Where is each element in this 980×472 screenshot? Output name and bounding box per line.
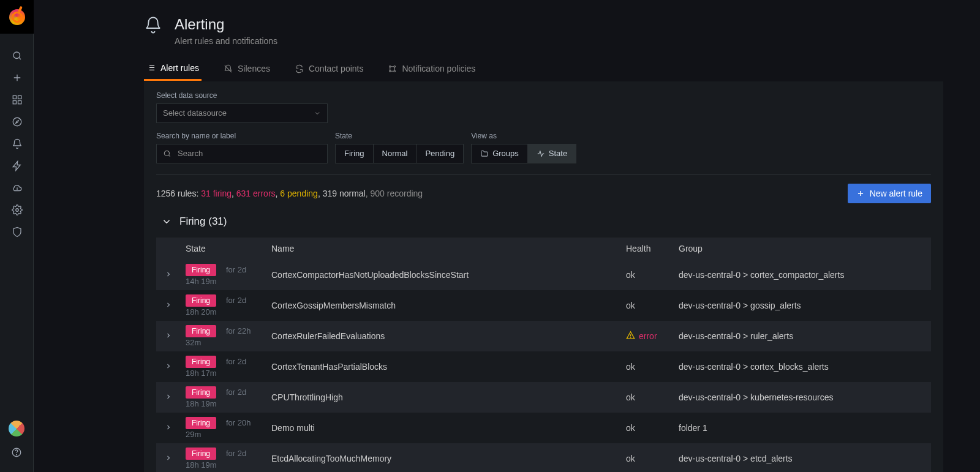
alert-rules-table: State Name Health Group Firing for 2d 14… (156, 238, 931, 472)
alerting-bell-icon (144, 16, 162, 36)
expand-row-button[interactable] (165, 332, 172, 339)
viewas-state[interactable]: State (528, 144, 576, 163)
rule-health: ok (621, 382, 674, 413)
nav-dashboards-icon[interactable] (0, 89, 34, 111)
search-input-wrap[interactable] (156, 144, 328, 163)
table-row: Firing for 20h 29m Demo multi ok folder … (156, 413, 931, 443)
rule-name: CortexCompactorHasNotUploadedBlocksSince… (266, 260, 621, 290)
tab-label: Alert rules (160, 63, 199, 73)
expand-row-button[interactable] (165, 301, 172, 309)
state-filter-normal[interactable]: Normal (374, 144, 417, 163)
col-expand (156, 238, 181, 260)
viewas-group: Groups State (471, 144, 576, 163)
chevron-right-icon (165, 301, 172, 309)
tab-silences[interactable]: Silences (221, 59, 273, 81)
page-title: Alerting (175, 16, 277, 34)
rule-name: CortexRulerFailedEvaluations (266, 321, 621, 351)
state-pill: Firing (186, 325, 216, 337)
state-filter-firing[interactable]: Firing (335, 144, 374, 163)
svg-rect-1 (13, 96, 16, 99)
tab-label: Silences (238, 64, 270, 73)
activity-icon (537, 149, 545, 158)
table-row: Firing for 22h 32m CortexRulerFailedEval… (156, 321, 931, 351)
nav-create-icon[interactable] (0, 67, 34, 89)
nav-search-icon[interactable] (0, 45, 34, 67)
grafana-logo (9, 9, 25, 25)
table-row: Firing for 2d 14h 19m CortexCompactorHas… (156, 260, 931, 290)
rule-health: ok (621, 260, 674, 290)
tabs: Alert rules Silences Contact points Noti… (144, 59, 943, 81)
expand-row-button[interactable] (165, 362, 172, 370)
state-filter-group: Firing Normal Pending (335, 144, 464, 163)
rule-health: ok (621, 351, 674, 382)
state-filter-label: State (335, 132, 464, 140)
svg-point-12 (394, 70, 396, 72)
expand-row-button[interactable] (165, 424, 172, 431)
logo-button[interactable] (0, 0, 34, 34)
svg-point-5 (13, 118, 21, 126)
svg-point-10 (394, 66, 396, 67)
chevron-down-icon (314, 110, 321, 117)
search-label: Search by name or label (156, 132, 328, 140)
page-header: Alerting Alert rules and notifications (144, 16, 943, 46)
plus-icon (856, 189, 865, 198)
rule-group: dev-us-central-0 > gossip_alerts (674, 290, 931, 321)
chevron-right-icon (165, 271, 172, 278)
chevron-right-icon (165, 332, 172, 339)
expand-row-button[interactable] (165, 393, 172, 400)
user-avatar[interactable] (9, 421, 24, 436)
svg-point-9 (390, 66, 391, 67)
rule-name: CortexTenantHasPartialBlocks (266, 351, 621, 382)
folder-icon (480, 149, 489, 158)
svg-point-0 (13, 52, 20, 59)
state-pill: Firing (186, 294, 216, 307)
tab-notification-policies[interactable]: Notification policies (385, 59, 478, 81)
svg-point-14 (630, 337, 631, 338)
section-firing-header[interactable]: Firing (31) (161, 215, 931, 228)
nav-settings-icon[interactable] (0, 199, 34, 221)
nav-explore-icon[interactable] (0, 111, 34, 133)
state-pill: Firing (186, 448, 216, 460)
col-state: State (181, 238, 266, 260)
rule-health: ok (621, 290, 674, 321)
nav-cloud-icon[interactable] (0, 177, 34, 199)
svg-point-11 (390, 70, 391, 72)
svg-rect-2 (18, 96, 21, 99)
expand-row-button[interactable] (165, 454, 172, 462)
counts-firing: 31 firing (201, 189, 232, 198)
col-name: Name (266, 238, 621, 260)
new-alert-rule-button[interactable]: New alert rule (848, 184, 931, 203)
table-row: Firing for 2d 18h 19m EtcdAllocatingTooM… (156, 443, 931, 472)
tab-contact-points[interactable]: Contact points (292, 59, 366, 81)
viewas-groups[interactable]: Groups (471, 144, 528, 163)
rule-name: CPUThrottlingHigh (266, 382, 621, 413)
rule-group: dev-us-central-0 > cortex_blocks_alerts (674, 351, 931, 382)
chevron-right-icon (165, 454, 172, 462)
counts-normal: 319 normal (323, 189, 366, 198)
counts-recording: 900 recording (370, 189, 423, 198)
tab-label: Contact points (309, 64, 364, 73)
nav-quick-icon[interactable] (0, 155, 34, 177)
tab-alert-rules[interactable]: Alert rules (144, 59, 202, 81)
tab-label: Notification policies (402, 64, 475, 73)
svg-rect-3 (13, 101, 16, 104)
nav-alerting-icon[interactable] (0, 133, 34, 155)
chevron-right-icon (165, 424, 172, 431)
counts-total: 1256 rules: (156, 189, 198, 198)
new-rule-label: New alert rule (870, 189, 922, 198)
state-pill: Firing (186, 417, 216, 429)
counts-errors: 631 errors (236, 189, 276, 198)
chevron-right-icon (165, 362, 172, 370)
col-health: Health (621, 238, 674, 260)
expand-row-button[interactable] (165, 271, 172, 278)
datasource-select[interactable]: Select datasource (156, 103, 328, 123)
rule-health: ok (621, 413, 674, 443)
viewas-label: View as (471, 132, 576, 140)
rules-panel: Select data source Select datasource Sea… (144, 81, 943, 472)
nav-shield-icon[interactable] (0, 221, 34, 243)
table-row: Firing for 2d 18h 19m CPUThrottlingHigh … (156, 382, 931, 413)
main: Alerting Alert rules and notifications A… (34, 0, 980, 472)
search-input[interactable] (176, 148, 321, 159)
nav-help-icon[interactable] (0, 441, 34, 463)
state-filter-pending[interactable]: Pending (417, 144, 464, 163)
